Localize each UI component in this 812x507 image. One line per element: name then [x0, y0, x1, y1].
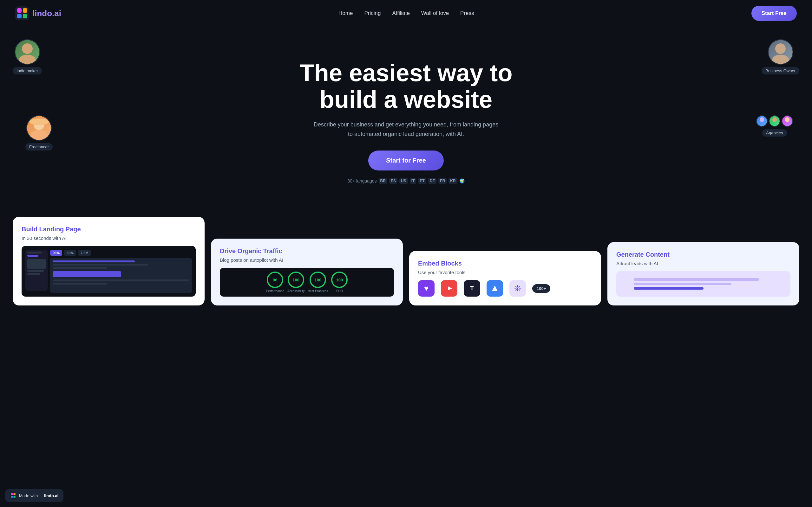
svg-rect-10 [13, 493, 15, 495]
indie-maker-label: Indie maker [13, 67, 42, 74]
stat-chip-1: 96% [50, 250, 62, 256]
hero-cta-button[interactable]: Start for Free [368, 151, 444, 170]
svg-rect-8 [11, 493, 13, 495]
traffic-preview: 96 Performance 100 Accessibility 100 Bes… [220, 268, 394, 297]
languages-row: 30+ languages BR ES US IT PT DE FR KR 🌍 [347, 178, 464, 184]
score-ring-seo: 100 [331, 272, 348, 288]
score-circles: 96 Performance 100 Accessibility 100 Bes… [220, 268, 394, 297]
nav-link-press[interactable]: Press [460, 10, 474, 16]
card-subtitle-generate: Attract leads with AI [616, 261, 791, 266]
lang-us: US [399, 178, 408, 184]
card-drive-organic-traffic: Drive Organic Traffic Blog posts on auto… [211, 239, 403, 305]
svg-rect-2 [17, 14, 21, 18]
lang-pt: PT [418, 178, 426, 184]
lang-it: IT [410, 178, 416, 184]
score-label-accessibility: Accessibility [287, 289, 305, 293]
card-embed-blocks: Embed Blocks Use your favorite tools ♥ T… [409, 251, 601, 305]
svg-rect-1 [17, 8, 21, 13]
hero-heading: The easiest way to build a website [299, 60, 513, 112]
hero-subtext: Describe your business and get everythin… [311, 120, 501, 139]
preview-screen [50, 258, 192, 293]
nav-cta-button[interactable]: Start Free [751, 6, 797, 21]
card-title-embed: Embed Blocks [418, 260, 592, 267]
score-label-best-practices: Best Practices [308, 289, 328, 293]
score-best-practices: 100 Best Practices [308, 272, 328, 293]
persona-freelancer: Freelancer [26, 115, 53, 151]
embed-more-count: 100+ [532, 284, 550, 293]
generate-preview [616, 271, 791, 297]
lang-de: DE [428, 178, 437, 184]
svg-rect-0 [15, 6, 29, 20]
card-subtitle-landing: In 30 seconds with AI [21, 235, 196, 241]
score-seo: 100 SEO [331, 272, 348, 293]
languages-prefix: 30+ languages [347, 178, 376, 183]
lang-fr: FR [438, 178, 447, 184]
made-with-badge: Made with lindo.ai [5, 489, 63, 502]
embed-icons: ♥ T ❊ 100+ [418, 280, 592, 297]
lang-es: ES [389, 178, 397, 184]
stat-chip-2: 30% [64, 250, 76, 256]
card-subtitle-traffic: Blog posts on autopilot with AI [220, 257, 394, 263]
embed-icon-triangle [487, 280, 503, 297]
svg-rect-3 [23, 8, 27, 13]
nav-link-home[interactable]: Home [339, 10, 353, 16]
badge-logo-icon [10, 493, 16, 499]
persona-business-owner: Business Owner [762, 39, 799, 74]
logo[interactable]: lindo.ai [15, 6, 61, 20]
nav-link-affiliate[interactable]: Affiliate [392, 10, 409, 16]
svg-rect-11 [13, 496, 15, 498]
badge-brand: lindo.ai [44, 493, 59, 498]
card-title-landing: Build Landing Page [21, 226, 196, 233]
nav-link-pricing[interactable]: Pricing [364, 10, 380, 16]
embed-icon-t: T [464, 280, 480, 297]
persona-indie-maker: Indie maker [13, 39, 42, 74]
feature-cards-section: Build Landing Page In 30 seconds with AI… [0, 204, 812, 305]
svg-rect-9 [11, 496, 13, 498]
preview-phone [26, 250, 48, 291]
logo-text: lindo.ai [32, 9, 61, 18]
svg-marker-6 [492, 285, 498, 291]
lang-kr: KR [449, 178, 457, 184]
svg-rect-4 [23, 14, 27, 18]
globe-icon: 🌍 [459, 178, 465, 183]
preview-desktop: 96% 30% 7.6M [50, 250, 192, 293]
freelancer-label: Freelancer [26, 143, 53, 151]
score-ring-accessibility: 100 [288, 272, 304, 288]
score-ring-best-practices: 100 [310, 272, 326, 288]
nav-links: Home Pricing Affiliate Wall of love Pres… [339, 10, 474, 16]
preview-stats: 96% 30% 7.6M [50, 250, 192, 256]
stat-chip-3: 7.6M [78, 250, 91, 256]
nav-link-wall-of-love[interactable]: Wall of love [421, 10, 449, 16]
card-title-traffic: Drive Organic Traffic [220, 247, 394, 255]
landing-page-preview: 96% 30% 7.6M [21, 246, 196, 297]
business-owner-label: Business Owner [762, 67, 799, 74]
embed-icon-snowflake: ❊ [509, 280, 526, 297]
card-subtitle-embed: Use your favorite tools [418, 270, 592, 275]
badge-prefix: Made with [19, 493, 38, 498]
lang-br: BR [379, 178, 387, 184]
score-label-seo: SEO [336, 289, 343, 293]
persona-agencies: Agencies [756, 115, 793, 136]
hero-section: Indie maker Freelancer Business Owner [0, 26, 812, 204]
navigation: lindo.ai Home Pricing Affiliate Wall of … [0, 0, 812, 26]
card-title-generate: Generate Content [616, 251, 791, 258]
card-generate-content: Generate Content Attract leads with AI [607, 242, 799, 305]
score-label-performance: Performance [266, 289, 284, 293]
score-ring-performance: 96 [267, 272, 283, 288]
score-accessibility: 100 Accessibility [287, 272, 305, 293]
embed-icon-heart: ♥ [418, 280, 435, 297]
svg-marker-5 [448, 286, 452, 290]
logo-icon [15, 6, 29, 20]
score-performance: 96 Performance [266, 272, 284, 293]
agencies-label: Agencies [762, 129, 786, 136]
embed-icon-youtube [441, 280, 457, 297]
card-build-landing-page: Build Landing Page In 30 seconds with AI… [13, 217, 205, 305]
